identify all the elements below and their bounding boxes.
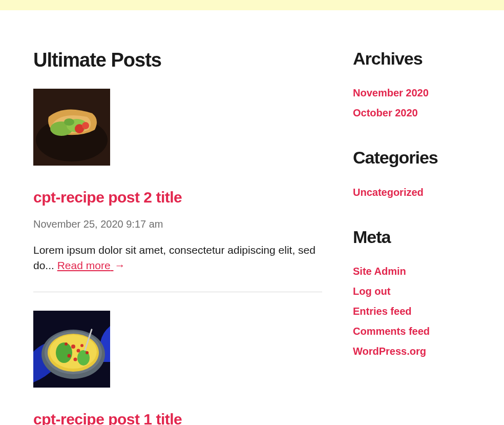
sidebar: Archives November 2020 October 2020 Cate…	[353, 46, 471, 425]
meta-widget: Meta Site Admin Log out Entries feed Com…	[353, 225, 471, 359]
meta-link-wordpress[interactable]: WordPress.org	[353, 346, 426, 357]
archives-widget: Archives November 2020 October 2020	[353, 46, 471, 120]
section-title: Ultimate Posts	[33, 46, 322, 74]
svg-point-18	[65, 342, 68, 346]
meta-link-comments-feed[interactable]: Comments feed	[353, 326, 430, 337]
post-separator	[33, 292, 322, 292]
categories-widget: Categories Uncategorized	[353, 145, 471, 199]
archive-link[interactable]: November 2020	[353, 87, 429, 98]
meta-link-entries-feed[interactable]: Entries feed	[353, 306, 411, 317]
widget-title: Archives	[353, 46, 471, 71]
list-item: Site Admin	[353, 264, 471, 279]
svg-point-14	[71, 345, 75, 349]
top-banner	[0, 0, 504, 10]
post-thumbnail-image	[33, 89, 110, 166]
post-title: cpt-recipe post 1 title	[33, 408, 322, 425]
list-item: Log out	[353, 284, 471, 299]
list-item: WordPress.org	[353, 344, 471, 359]
archive-link[interactable]: October 2020	[353, 107, 418, 118]
widget-title: Meta	[353, 225, 471, 250]
post-thumbnail-image	[33, 311, 110, 388]
post-item: cpt-recipe post 2 title November 25, 202…	[33, 89, 322, 292]
svg-point-20	[86, 351, 89, 354]
list-item: Entries feed	[353, 304, 471, 319]
post-item: cpt-recipe post 1 title	[33, 311, 322, 425]
meta-list: Site Admin Log out Entries feed Comments…	[353, 264, 471, 359]
svg-point-5	[82, 122, 89, 129]
post-title: cpt-recipe post 2 title	[33, 186, 322, 209]
meta-link-logout[interactable]: Log out	[353, 286, 390, 297]
categories-list: Uncategorized	[353, 185, 471, 200]
svg-point-12	[56, 342, 72, 363]
list-item: Comments feed	[353, 324, 471, 339]
post-thumbnail-link[interactable]	[33, 89, 322, 166]
read-more-label: Read more	[57, 259, 111, 271]
arrow-right-icon: →	[114, 258, 125, 273]
svg-point-15	[77, 349, 80, 353]
svg-point-16	[68, 354, 71, 358]
read-more-link[interactable]: Read more →	[57, 259, 125, 271]
post-excerpt: Lorem ipsum dolor sit amet, consectetur …	[33, 242, 322, 274]
post-thumbnail-link[interactable]	[33, 311, 322, 388]
list-item: October 2020	[353, 106, 471, 120]
post-title-link[interactable]: cpt-recipe post 1 title	[33, 411, 182, 425]
meta-link-site-admin[interactable]: Site Admin	[353, 266, 406, 277]
list-item: November 2020	[353, 86, 471, 100]
list-item: Uncategorized	[353, 185, 471, 200]
main-content: Ultimate Posts cpt-recipe post 2 title	[33, 46, 322, 425]
post-date: November 25, 2020 9:17 am	[33, 217, 322, 232]
post-title-link[interactable]: cpt-recipe post 2 title	[33, 189, 182, 206]
svg-point-6	[64, 118, 74, 126]
svg-point-19	[74, 358, 77, 361]
archives-list: November 2020 October 2020	[353, 86, 471, 120]
svg-point-17	[80, 344, 83, 347]
widget-title: Categories	[353, 145, 471, 170]
category-link[interactable]: Uncategorized	[353, 187, 424, 198]
